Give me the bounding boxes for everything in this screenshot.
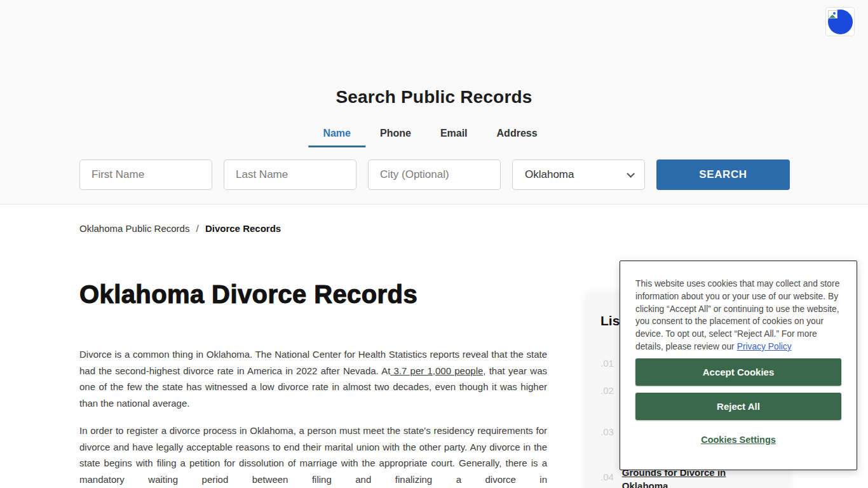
state-select[interactable]: Oklahoma <box>512 159 645 190</box>
search-band: Search Public Records Name Phone Email A… <box>0 0 868 205</box>
chevron-down-icon <box>627 170 635 178</box>
accept-cookies-button[interactable]: Accept Cookies <box>635 358 841 386</box>
cookie-message-text: This website uses cookies that may colle… <box>635 279 839 351</box>
cookie-consent-dialog: This website uses cookies that may colle… <box>620 261 857 470</box>
cookie-message: This website uses cookies that may colle… <box>635 278 841 353</box>
reject-all-button[interactable]: Reject All <box>635 393 841 420</box>
divorce-rate-link[interactable]: 3.7 per 1,000 people <box>390 365 483 376</box>
search-tabs: Name Phone Email Address <box>308 128 552 147</box>
search-form: Oklahoma SEARCH <box>79 159 790 190</box>
tab-phone[interactable]: Phone <box>365 128 426 147</box>
tab-email[interactable]: Email <box>426 128 482 147</box>
accessibility-widget-button[interactable] <box>825 7 855 36</box>
tab-address[interactable]: Address <box>482 128 552 147</box>
state-select-value: Oklahoma <box>525 168 574 181</box>
privacy-policy-link[interactable]: Privacy Policy <box>737 342 792 351</box>
tab-name[interactable]: Name <box>308 128 365 147</box>
search-button[interactable]: SEARCH <box>656 159 790 190</box>
article-paragraph-1: Divorce is a common thing in Oklahoma. T… <box>79 346 547 411</box>
toc-item-number: .02 <box>600 385 614 396</box>
toc-item-number: .04 <box>600 471 614 482</box>
breadcrumb-separator: / <box>196 223 199 234</box>
article-body: Divorce is a common thing in Oklahoma. T… <box>79 346 547 487</box>
breadcrumb-current: Divorce Records <box>205 223 281 234</box>
toc-item-number: .03 <box>600 426 614 437</box>
toc-item-number: .01 <box>600 358 614 369</box>
page-title: Search Public Records <box>0 87 868 107</box>
article-title: Oklahoma Divorce Records <box>79 280 417 309</box>
breadcrumb-parent-link[interactable]: Oklahoma Public Records <box>79 223 189 234</box>
city-input[interactable] <box>368 159 501 190</box>
article-paragraph-2: In order to register a divorce process i… <box>79 423 547 487</box>
cookies-settings-link[interactable]: Cookies Settings <box>635 435 841 445</box>
first-name-input[interactable] <box>79 159 212 190</box>
image-placeholder-icon <box>828 10 837 18</box>
breadcrumb: Oklahoma Public Records / Divorce Record… <box>79 223 281 234</box>
last-name-input[interactable] <box>224 159 356 190</box>
